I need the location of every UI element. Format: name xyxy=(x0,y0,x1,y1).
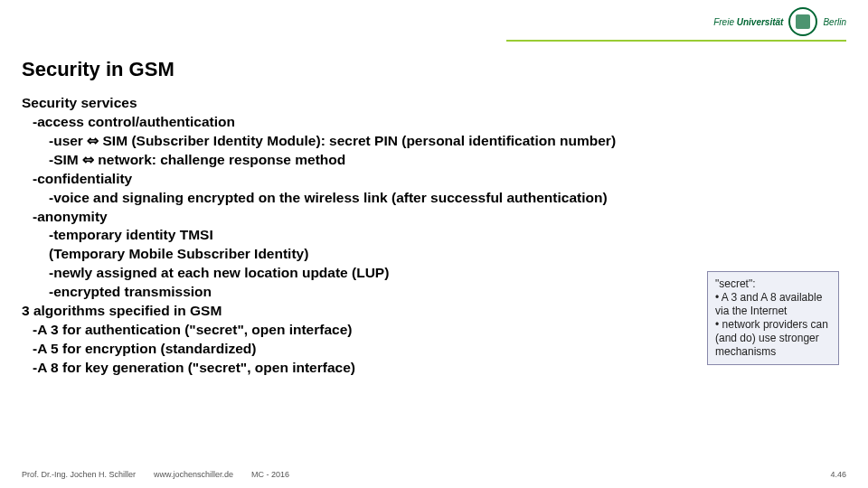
logo-word-freie: Freie xyxy=(713,17,734,27)
logo-word-universitaet: Universität xyxy=(737,17,784,27)
logo-text: Freie Universität xyxy=(713,17,783,27)
body-line: (Temporary Mobile Subscriber Identity) xyxy=(49,245,846,264)
logo-word-berlin: Berlin xyxy=(823,17,846,27)
slide: Freie Universität Berlin Security in GSM… xyxy=(0,0,868,488)
header-rule xyxy=(506,40,846,42)
footer-course: MC - 2016 xyxy=(251,470,289,479)
page-number: 4.46 xyxy=(830,470,846,479)
note-line: "secret": xyxy=(715,277,831,291)
body-line: Security services xyxy=(22,94,846,113)
body-line: -user ⇔ SIM (Subscriber Identity Module)… xyxy=(49,132,846,151)
note-line: • A 3 and A 8 available via the Internet xyxy=(715,291,831,318)
footer-author: Prof. Dr.-Ing. Jochen H. Schiller xyxy=(22,470,136,479)
body-line: -voice and signaling encrypted on the wi… xyxy=(49,189,846,208)
note-line: • network providers can (and do) use str… xyxy=(715,318,831,359)
body-line: -anonymity xyxy=(33,208,846,227)
slide-footer: Prof. Dr.-Ing. Jochen H. Schiller www.jo… xyxy=(22,470,846,479)
seal-icon xyxy=(788,7,817,36)
university-logo: Freie Universität Berlin xyxy=(713,7,846,36)
footer-url: www.jochenschiller.de xyxy=(154,470,233,479)
body-line: -confidentiality xyxy=(33,170,846,189)
secret-note-box: "secret": • A 3 and A 8 available via th… xyxy=(707,271,839,365)
body-line: -temporary identity TMSI xyxy=(49,226,846,245)
body-line: -access control/authentication xyxy=(33,113,846,132)
slide-title: Security in GSM xyxy=(22,58,175,81)
body-line: -SIM ⇔ network: challenge response metho… xyxy=(49,151,846,170)
